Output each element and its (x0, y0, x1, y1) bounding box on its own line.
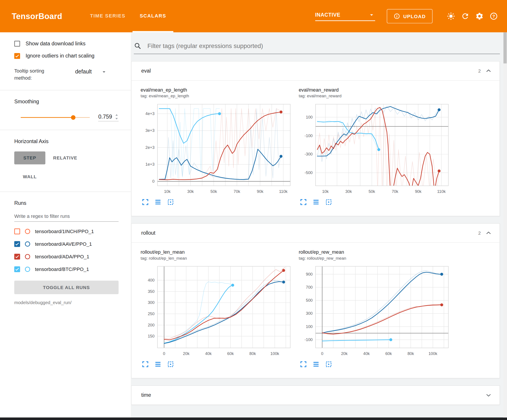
line-chart[interactable]: -100100300500700900020k40k60k80k100k (299, 264, 451, 358)
chevron-up-icon[interactable] (485, 67, 492, 75)
tag-filter-input[interactable] (147, 42, 500, 50)
run-row: tensorboard/AAVE/PPO_1 (14, 241, 119, 247)
data-table-icon[interactable] (155, 199, 162, 206)
data-table-icon[interactable] (313, 361, 319, 368)
settings-icon[interactable] (475, 12, 484, 20)
runs-filter-input[interactable] (14, 209, 119, 222)
section-header[interactable]: eval2 (132, 62, 500, 80)
svg-text:500: 500 (306, 298, 313, 303)
svg-text:60k: 60k (227, 351, 234, 356)
svg-text:50k: 50k (211, 189, 217, 194)
fit-domain-icon[interactable] (325, 361, 332, 368)
toggle-all-runs-button[interactable]: TOGGLE ALL RUNS (14, 281, 119, 294)
svg-text:900: 900 (306, 272, 313, 276)
upload-button[interactable]: UPLOAD (387, 9, 433, 23)
run-label: tensorboard/AAVE/PPO_1 (35, 241, 92, 247)
run-color-radio[interactable] (25, 267, 30, 272)
bottom-scrollbar[interactable] (0, 418, 507, 420)
svg-text:90k: 90k (257, 189, 263, 194)
axis-relative-button[interactable]: RELATIVE (47, 151, 83, 164)
help-icon[interactable]: ? (490, 12, 498, 20)
sections: eval2eval/mean_ep_lengthtag: eval/mean_e… (131, 61, 503, 418)
svg-text:110k: 110k (279, 189, 288, 194)
chart-toolbar (141, 361, 294, 368)
svg-text:80k: 80k (249, 351, 256, 356)
section-count: 2 (478, 230, 481, 235)
svg-text:150: 150 (148, 334, 155, 338)
svg-text:110k: 110k (437, 189, 446, 194)
run-color-radio[interactable] (25, 229, 30, 234)
svg-text:100: 100 (306, 324, 313, 329)
line-chart[interactable]: 01e+32e+33e+34e+310k30k50k70k90k110k (141, 102, 293, 196)
chart-toolbar (299, 199, 452, 206)
run-color-radio[interactable] (25, 241, 30, 246)
run-checkbox[interactable] (14, 266, 20, 272)
horizontal-axis-buttons: STEP RELATIVE WALL (14, 151, 98, 183)
tab-scalars[interactable]: SCALARS (133, 0, 173, 32)
axis-wall-button[interactable]: WALL (14, 170, 45, 183)
svg-text:50k: 50k (369, 189, 375, 194)
section-header[interactable]: rollout2 (132, 224, 500, 242)
main-panel: eval2eval/mean_ep_lengthtag: eval/mean_e… (131, 32, 503, 417)
slider-thumb[interactable] (71, 115, 75, 119)
brightness-icon[interactable] (447, 12, 455, 20)
section-header[interactable]: time (132, 386, 500, 405)
svg-text:0: 0 (152, 179, 155, 184)
smoothing-value-input[interactable]: 0.759 (98, 113, 119, 121)
runs-footer: models/debugged_eval_run/ (14, 300, 119, 305)
line-chart[interactable]: 100-100-300-50010k30k50k70k90k110k (299, 102, 451, 196)
run-color-radio[interactable] (25, 254, 30, 259)
svg-text:700: 700 (306, 285, 313, 289)
fit-domain-icon[interactable] (167, 199, 174, 206)
section-title: rollout (141, 230, 155, 236)
svg-text:30k: 30k (187, 189, 194, 194)
sidebar-divider (0, 90, 131, 90)
show-download-links-checkbox[interactable]: Show data download links (14, 41, 119, 47)
svg-text:300: 300 (306, 311, 313, 316)
run-row: tensorboard/1INCH/PPO_1 (14, 228, 119, 234)
expand-icon[interactable] (142, 361, 149, 368)
expand-icon[interactable] (300, 361, 307, 368)
chevron-up-icon[interactable] (485, 229, 492, 237)
run-checkbox[interactable] (14, 228, 20, 234)
fit-domain-icon[interactable] (325, 199, 332, 206)
expand-icon[interactable] (142, 199, 149, 206)
svg-text:350: 350 (148, 289, 155, 294)
status-dropdown[interactable]: INACTIVE (315, 11, 375, 21)
tooltip-sorting-select[interactable]: default (75, 69, 107, 75)
tooltip-sorting-value: default (75, 69, 92, 75)
scrollbar-thumb[interactable] (503, 32, 507, 63)
svg-text:3e+3: 3e+3 (145, 128, 155, 133)
run-checkbox[interactable] (14, 254, 20, 259)
sidebar-divider (0, 192, 131, 192)
ignore-outliers-checkbox[interactable]: Ignore outliers in chart scaling (14, 53, 119, 59)
chart-title: rollout/ep_rew_mean (299, 249, 452, 255)
run-row: tensorboard/BTC/PPO_1 (14, 266, 119, 272)
refresh-icon[interactable] (461, 12, 469, 20)
line-chart[interactable]: 150200250300350400020k40k60k80k100k (141, 264, 293, 358)
section-card: time (131, 386, 500, 405)
fit-domain-icon[interactable] (167, 361, 174, 368)
svg-text:100: 100 (306, 115, 313, 119)
vertical-scrollbar[interactable] (503, 32, 507, 417)
smoothing-value: 0.759 (98, 113, 112, 120)
stepper-arrows-icon[interactable] (115, 113, 119, 120)
tab-time-series[interactable]: TIME SERIES (83, 0, 133, 32)
svg-text:100k: 100k (428, 351, 437, 356)
chart-title: eval/mean_reward (299, 87, 452, 93)
data-table-icon[interactable] (155, 361, 162, 368)
smoothing-slider[interactable] (21, 114, 90, 121)
run-checkbox[interactable] (14, 241, 20, 247)
svg-text:400: 400 (148, 278, 155, 282)
data-table-icon[interactable] (313, 199, 319, 206)
upload-button-label: UPLOAD (403, 14, 426, 19)
app-title: TensorBoard (12, 12, 62, 21)
chevron-down-icon[interactable] (485, 391, 492, 399)
svg-text:40k: 40k (363, 351, 370, 356)
chevron-down-icon (368, 11, 375, 18)
chart-card: eval/mean_ep_lengthtag: eval/mean_ep_len… (141, 87, 294, 206)
axis-step-button[interactable]: STEP (14, 151, 45, 164)
tooltip-sorting-label: Tooltip sorting method: (14, 67, 63, 81)
expand-icon[interactable] (300, 199, 307, 206)
smoothing-label: Smoothing (14, 99, 119, 104)
